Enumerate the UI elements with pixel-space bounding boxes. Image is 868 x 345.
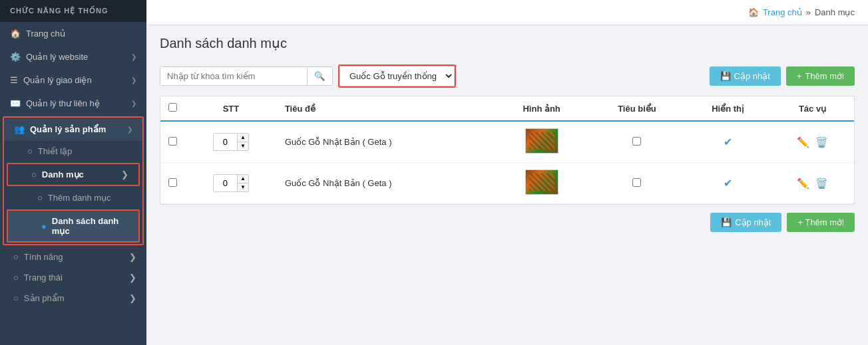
chevron-right-icon: ❯	[129, 273, 136, 283]
row-visible: ✔	[685, 121, 771, 163]
sidebar-item-quan-ly-giao-dien[interactable]: ☰ Quản lý giao diện ❯	[0, 68, 146, 92]
update-button-bottom[interactable]: 💾 Cập nhật	[710, 213, 781, 232]
circle-icon: ○	[13, 293, 19, 303]
sidebar-sub-danh-muc[interactable]: ○ Danh mục ❯	[8, 164, 138, 185]
sidebar-item-label: Quản lý sản phẩm	[30, 124, 106, 134]
chevron-right-icon: ❯	[129, 293, 136, 303]
delete-icon[interactable]: 🗑️	[815, 177, 828, 189]
save-icon: 💾	[720, 71, 731, 81]
featured-checkbox[interactable]	[632, 137, 641, 146]
menu-icon: ☰	[10, 75, 18, 85]
row-image	[495, 121, 589, 163]
row-checkbox[interactable]	[168, 137, 177, 146]
search-wrapper: 🔍	[160, 66, 333, 86]
circle-icon: ○	[37, 193, 43, 203]
sidebar-item-quan-ly-thu[interactable]: ✉️ Quản lý thư liên hệ ❯	[0, 92, 146, 115]
sub-item-label: Sản phẩm	[24, 293, 65, 303]
table-body: ▲ ▼ Guốc Gỗ Nhật Bản ( Geta )	[160, 121, 854, 204]
save-icon: 💾	[721, 217, 732, 227]
sub-item-label: Danh sách danh mục	[52, 216, 128, 236]
add-label: Thêm mới	[805, 71, 844, 81]
chevron-down-icon: ❯	[121, 170, 128, 179]
row-actions: ✏️ 🗑️	[771, 121, 854, 163]
sidebar-sub-thiet-lap[interactable]: ○ Thiết lập	[4, 141, 142, 162]
bottom-toolbar: 💾 Cập nhật + Thêm mới	[160, 205, 855, 232]
chevron-right-icon: ❯	[131, 76, 136, 84]
featured-checkbox[interactable]	[632, 178, 641, 187]
row-visible: ✔	[685, 163, 771, 204]
sub-item-label: Trang thái	[24, 273, 63, 283]
home-icon: 🏠	[748, 7, 759, 17]
sidebar-sub-tinh-nang[interactable]: ○ Tính năng ❯	[0, 247, 146, 267]
chevron-right-icon: ❯	[129, 252, 136, 262]
filter-select[interactable]: Guốc Gỗ truyền thống Tất cả	[339, 66, 455, 86]
sidebar-item-label: Trang chủ	[26, 29, 65, 39]
visible-check-icon: ✔	[724, 136, 732, 148]
sidebar-sub-trang-thai[interactable]: ○ Trang thái ❯	[0, 267, 146, 288]
order-input[interactable]	[214, 176, 237, 190]
row-title: Guốc Gỗ Nhật Bản ( Geta )	[277, 121, 495, 163]
chevron-down-icon: ❯	[127, 126, 132, 133]
search-input[interactable]	[160, 67, 307, 85]
row-checkbox[interactable]	[168, 178, 177, 187]
breadcrumb-current: Danh mục	[815, 7, 855, 17]
settings-icon: ⚙️	[10, 52, 21, 62]
sidebar-item-quan-ly-website[interactable]: ⚙️ Quản lý website ❯	[0, 45, 146, 68]
plus-icon: +	[797, 71, 802, 81]
row-order-cell: ▲ ▼	[185, 121, 277, 163]
order-input[interactable]	[214, 135, 237, 149]
page-title: Danh sách danh mục	[146, 25, 868, 58]
edit-icon[interactable]: ✏️	[797, 136, 809, 148]
order-up-arrow[interactable]: ▲	[238, 134, 248, 142]
circle-filled-icon: ●	[41, 221, 47, 231]
sidebar-sub-san-pham[interactable]: ○ Sản phẩm ❯	[0, 288, 146, 308]
product-thumbnail	[525, 128, 558, 154]
main-content: 🏠 Trang chủ » Danh mục Danh sách danh mụ…	[146, 0, 868, 345]
col-header-tieu-de: Tiêu đề	[277, 96, 495, 121]
order-down-arrow[interactable]: ▼	[238, 142, 248, 150]
col-header-hien-thi: Hiển thị	[685, 96, 771, 121]
update-label: Cập nhật	[735, 217, 771, 227]
data-table: STT Tiêu đề Hình ảnh Tiêu biểu Hiển thị …	[160, 96, 854, 204]
sidebar: CHỨC NĂNG HỆ THỐNG 🏠 Trang chủ ⚙️ Quản l…	[0, 0, 146, 345]
sub-item-label: Danh mục	[42, 170, 84, 179]
circle-icon: ○	[27, 146, 33, 156]
update-button-top[interactable]: 💾 Cập nhật	[710, 66, 781, 86]
search-button[interactable]: 🔍	[307, 67, 332, 85]
order-up-arrow[interactable]: ▲	[238, 175, 248, 183]
sidebar-sub-them-danh-muc[interactable]: ○ Thêm danh mục	[4, 187, 142, 208]
add-new-button-bottom[interactable]: + Thêm mới	[787, 213, 855, 232]
breadcrumb: 🏠 Trang chủ » Danh mục	[748, 7, 855, 17]
sidebar-item-quan-ly-san-pham[interactable]: 👥 Quản lý sản phẩm ❯	[4, 118, 142, 141]
row-order-cell: ▲ ▼	[185, 163, 277, 204]
sidebar-sub-danh-sach-danh-muc[interactable]: ● Danh sách danh mục	[8, 211, 138, 241]
home-icon: 🏠	[10, 29, 21, 39]
filter-select-wrapper: Guốc Gỗ truyền thống Tất cả	[338, 64, 456, 88]
data-table-container: STT Tiêu đề Hình ảnh Tiêu biểu Hiển thị …	[160, 96, 855, 205]
sidebar-item-label: Quản lý thư liên hệ	[26, 98, 100, 108]
breadcrumb-home-link[interactable]: Trang chủ	[763, 7, 802, 17]
col-header-tac-vu: Tác vụ	[771, 96, 854, 121]
row-image	[495, 163, 589, 204]
visible-check-icon: ✔	[724, 177, 732, 189]
mail-icon: ✉️	[10, 98, 21, 108]
delete-icon[interactable]: 🗑️	[815, 136, 828, 148]
row-featured	[589, 163, 685, 204]
edit-icon[interactable]: ✏️	[797, 177, 809, 189]
topbar: 🏠 Trang chủ » Danh mục	[146, 0, 868, 25]
users-icon: 👥	[14, 124, 25, 134]
sidebar-item-trang-chu[interactable]: 🏠 Trang chủ	[0, 22, 146, 45]
add-new-button-top[interactable]: + Thêm mới	[786, 66, 855, 86]
table-header: STT Tiêu đề Hình ảnh Tiêu biểu Hiển thị …	[160, 96, 854, 121]
breadcrumb-separator: »	[806, 7, 811, 17]
order-down-arrow[interactable]: ▼	[238, 183, 248, 191]
sidebar-item-label: Quản lý website	[26, 52, 88, 62]
row-title: Guốc Gỗ Nhật Bản ( Geta )	[277, 163, 495, 204]
circle-icon: ○	[31, 170, 37, 179]
col-header-tieu-bieu: Tiêu biểu	[589, 96, 685, 121]
sidebar-header: CHỨC NĂNG HỆ THỐNG	[0, 0, 146, 22]
table-row: ▲ ▼ Guốc Gỗ Nhật Bản ( Geta )	[160, 121, 854, 163]
select-all-checkbox[interactable]	[168, 103, 177, 112]
sub-item-label: Tính năng	[24, 252, 63, 262]
sub-item-label: Thêm danh mục	[48, 193, 111, 203]
